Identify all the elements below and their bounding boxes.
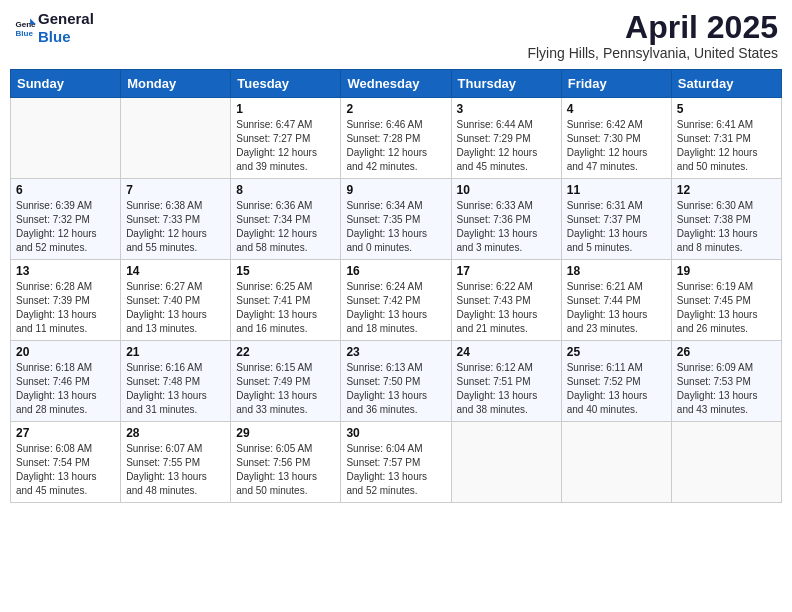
calendar-week-row: 6Sunrise: 6:39 AM Sunset: 7:32 PM Daylig… xyxy=(11,179,782,260)
calendar-cell: 30Sunrise: 6:04 AM Sunset: 7:57 PM Dayli… xyxy=(341,422,451,503)
day-number: 4 xyxy=(567,102,666,116)
day-info: Sunrise: 6:15 AM Sunset: 7:49 PM Dayligh… xyxy=(236,361,335,417)
day-info: Sunrise: 6:36 AM Sunset: 7:34 PM Dayligh… xyxy=(236,199,335,255)
day-number: 24 xyxy=(457,345,556,359)
calendar-cell: 20Sunrise: 6:18 AM Sunset: 7:46 PM Dayli… xyxy=(11,341,121,422)
day-info: Sunrise: 6:11 AM Sunset: 7:52 PM Dayligh… xyxy=(567,361,666,417)
calendar-cell: 9Sunrise: 6:34 AM Sunset: 7:35 PM Daylig… xyxy=(341,179,451,260)
calendar-cell: 2Sunrise: 6:46 AM Sunset: 7:28 PM Daylig… xyxy=(341,98,451,179)
day-number: 6 xyxy=(16,183,115,197)
day-info: Sunrise: 6:09 AM Sunset: 7:53 PM Dayligh… xyxy=(677,361,776,417)
day-info: Sunrise: 6:24 AM Sunset: 7:42 PM Dayligh… xyxy=(346,280,445,336)
calendar-cell: 26Sunrise: 6:09 AM Sunset: 7:53 PM Dayli… xyxy=(671,341,781,422)
calendar-cell: 17Sunrise: 6:22 AM Sunset: 7:43 PM Dayli… xyxy=(451,260,561,341)
calendar-cell: 5Sunrise: 6:41 AM Sunset: 7:31 PM Daylig… xyxy=(671,98,781,179)
day-info: Sunrise: 6:19 AM Sunset: 7:45 PM Dayligh… xyxy=(677,280,776,336)
day-number: 22 xyxy=(236,345,335,359)
logo-text-blue: Blue xyxy=(38,28,94,46)
day-number: 11 xyxy=(567,183,666,197)
day-info: Sunrise: 6:38 AM Sunset: 7:33 PM Dayligh… xyxy=(126,199,225,255)
calendar-cell: 7Sunrise: 6:38 AM Sunset: 7:33 PM Daylig… xyxy=(121,179,231,260)
calendar-cell xyxy=(121,98,231,179)
calendar-cell: 15Sunrise: 6:25 AM Sunset: 7:41 PM Dayli… xyxy=(231,260,341,341)
day-number: 15 xyxy=(236,264,335,278)
calendar-header-row: SundayMondayTuesdayWednesdayThursdayFrid… xyxy=(11,70,782,98)
day-info: Sunrise: 6:05 AM Sunset: 7:56 PM Dayligh… xyxy=(236,442,335,498)
calendar-cell: 10Sunrise: 6:33 AM Sunset: 7:36 PM Dayli… xyxy=(451,179,561,260)
day-header-thursday: Thursday xyxy=(451,70,561,98)
title-block: April 2025 Flying Hills, Pennsylvania, U… xyxy=(527,10,778,61)
calendar-week-row: 1Sunrise: 6:47 AM Sunset: 7:27 PM Daylig… xyxy=(11,98,782,179)
calendar-cell: 3Sunrise: 6:44 AM Sunset: 7:29 PM Daylig… xyxy=(451,98,561,179)
calendar-cell: 13Sunrise: 6:28 AM Sunset: 7:39 PM Dayli… xyxy=(11,260,121,341)
day-number: 16 xyxy=(346,264,445,278)
day-header-monday: Monday xyxy=(121,70,231,98)
calendar-cell: 4Sunrise: 6:42 AM Sunset: 7:30 PM Daylig… xyxy=(561,98,671,179)
calendar-cell xyxy=(451,422,561,503)
day-info: Sunrise: 6:34 AM Sunset: 7:35 PM Dayligh… xyxy=(346,199,445,255)
day-info: Sunrise: 6:39 AM Sunset: 7:32 PM Dayligh… xyxy=(16,199,115,255)
calendar-table: SundayMondayTuesdayWednesdayThursdayFrid… xyxy=(10,69,782,503)
calendar-cell: 29Sunrise: 6:05 AM Sunset: 7:56 PM Dayli… xyxy=(231,422,341,503)
day-info: Sunrise: 6:31 AM Sunset: 7:37 PM Dayligh… xyxy=(567,199,666,255)
day-number: 26 xyxy=(677,345,776,359)
day-info: Sunrise: 6:44 AM Sunset: 7:29 PM Dayligh… xyxy=(457,118,556,174)
day-header-tuesday: Tuesday xyxy=(231,70,341,98)
day-info: Sunrise: 6:08 AM Sunset: 7:54 PM Dayligh… xyxy=(16,442,115,498)
page-header: General Blue General Blue April 2025 Fly… xyxy=(10,10,782,61)
calendar-cell: 14Sunrise: 6:27 AM Sunset: 7:40 PM Dayli… xyxy=(121,260,231,341)
day-info: Sunrise: 6:28 AM Sunset: 7:39 PM Dayligh… xyxy=(16,280,115,336)
calendar-cell: 27Sunrise: 6:08 AM Sunset: 7:54 PM Dayli… xyxy=(11,422,121,503)
calendar-cell xyxy=(671,422,781,503)
day-number: 30 xyxy=(346,426,445,440)
day-info: Sunrise: 6:04 AM Sunset: 7:57 PM Dayligh… xyxy=(346,442,445,498)
day-number: 5 xyxy=(677,102,776,116)
day-info: Sunrise: 6:22 AM Sunset: 7:43 PM Dayligh… xyxy=(457,280,556,336)
logo-icon: General Blue xyxy=(14,17,36,39)
day-header-saturday: Saturday xyxy=(671,70,781,98)
day-info: Sunrise: 6:13 AM Sunset: 7:50 PM Dayligh… xyxy=(346,361,445,417)
calendar-cell xyxy=(561,422,671,503)
day-number: 28 xyxy=(126,426,225,440)
svg-text:Blue: Blue xyxy=(15,29,33,38)
calendar-cell: 22Sunrise: 6:15 AM Sunset: 7:49 PM Dayli… xyxy=(231,341,341,422)
calendar-cell: 8Sunrise: 6:36 AM Sunset: 7:34 PM Daylig… xyxy=(231,179,341,260)
day-info: Sunrise: 6:16 AM Sunset: 7:48 PM Dayligh… xyxy=(126,361,225,417)
day-header-sunday: Sunday xyxy=(11,70,121,98)
calendar-cell: 18Sunrise: 6:21 AM Sunset: 7:44 PM Dayli… xyxy=(561,260,671,341)
day-number: 10 xyxy=(457,183,556,197)
day-number: 13 xyxy=(16,264,115,278)
day-number: 19 xyxy=(677,264,776,278)
day-number: 25 xyxy=(567,345,666,359)
day-number: 20 xyxy=(16,345,115,359)
day-number: 14 xyxy=(126,264,225,278)
calendar-week-row: 27Sunrise: 6:08 AM Sunset: 7:54 PM Dayli… xyxy=(11,422,782,503)
day-info: Sunrise: 6:18 AM Sunset: 7:46 PM Dayligh… xyxy=(16,361,115,417)
day-number: 29 xyxy=(236,426,335,440)
calendar-week-row: 13Sunrise: 6:28 AM Sunset: 7:39 PM Dayli… xyxy=(11,260,782,341)
month-title: April 2025 xyxy=(527,10,778,45)
calendar-cell: 6Sunrise: 6:39 AM Sunset: 7:32 PM Daylig… xyxy=(11,179,121,260)
day-number: 3 xyxy=(457,102,556,116)
day-header-wednesday: Wednesday xyxy=(341,70,451,98)
calendar-cell xyxy=(11,98,121,179)
day-info: Sunrise: 6:33 AM Sunset: 7:36 PM Dayligh… xyxy=(457,199,556,255)
day-info: Sunrise: 6:46 AM Sunset: 7:28 PM Dayligh… xyxy=(346,118,445,174)
calendar-cell: 21Sunrise: 6:16 AM Sunset: 7:48 PM Dayli… xyxy=(121,341,231,422)
day-number: 8 xyxy=(236,183,335,197)
day-number: 2 xyxy=(346,102,445,116)
day-number: 21 xyxy=(126,345,225,359)
day-number: 18 xyxy=(567,264,666,278)
calendar-cell: 23Sunrise: 6:13 AM Sunset: 7:50 PM Dayli… xyxy=(341,341,451,422)
day-number: 9 xyxy=(346,183,445,197)
calendar-cell: 24Sunrise: 6:12 AM Sunset: 7:51 PM Dayli… xyxy=(451,341,561,422)
calendar-cell: 16Sunrise: 6:24 AM Sunset: 7:42 PM Dayli… xyxy=(341,260,451,341)
logo-text-general: General xyxy=(38,10,94,28)
calendar-cell: 19Sunrise: 6:19 AM Sunset: 7:45 PM Dayli… xyxy=(671,260,781,341)
day-number: 27 xyxy=(16,426,115,440)
day-info: Sunrise: 6:27 AM Sunset: 7:40 PM Dayligh… xyxy=(126,280,225,336)
day-number: 1 xyxy=(236,102,335,116)
day-number: 12 xyxy=(677,183,776,197)
calendar-cell: 28Sunrise: 6:07 AM Sunset: 7:55 PM Dayli… xyxy=(121,422,231,503)
day-number: 17 xyxy=(457,264,556,278)
